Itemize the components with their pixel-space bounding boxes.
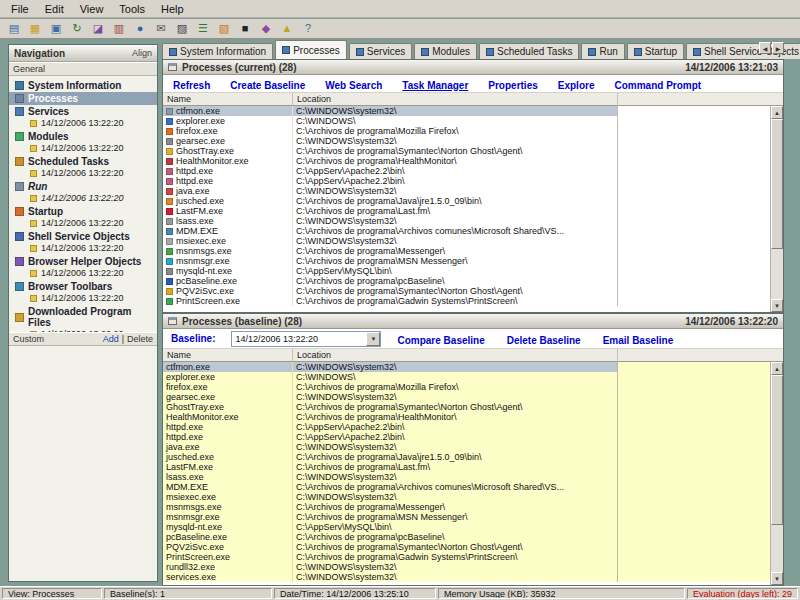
align-button[interactable]: Align <box>132 48 152 58</box>
table-row[interactable]: LastFM.exe C:\Archivos de programa\Last.… <box>163 206 770 216</box>
toolbar-icon[interactable]: ↻ <box>68 21 86 37</box>
scroll-down-icon[interactable]: ▼ <box>771 299 783 312</box>
column-header-name[interactable]: Name <box>163 349 293 362</box>
delete-custom-button[interactable]: Delete <box>127 334 153 344</box>
tab-scroll-left-icon[interactable]: ◀ <box>759 42 771 54</box>
sidebar-item[interactable]: Downloaded Program Files <box>9 305 157 329</box>
table-row[interactable]: gearsec.exe C:\WINDOWS\system32\ <box>163 392 770 402</box>
table-row[interactable]: pcBaseline.exe C:\Archivos de programa\p… <box>163 532 770 542</box>
toolbar-icon[interactable]: ▲ <box>278 21 296 37</box>
sidebar-item[interactable]: Run <box>9 180 157 193</box>
table-row[interactable]: LastFM.exe C:\Archivos de programa\Last.… <box>163 462 770 472</box>
table-row[interactable]: explorer.exe C:\WINDOWS\ <box>163 116 770 126</box>
sidebar-item[interactable]: Browser Toolbars <box>9 280 157 293</box>
custom-group-header[interactable]: Custom Add | Delete <box>9 332 157 346</box>
scroll-down-icon[interactable]: ▼ <box>771 572 783 585</box>
action-link[interactable]: Explore <box>558 80 595 91</box>
menu-item[interactable]: View <box>72 2 112 16</box>
column-header-name[interactable]: Name <box>163 93 293 106</box>
sidebar-item[interactable]: Services <box>9 105 157 118</box>
table-row[interactable]: lsass.exe C:\WINDOWS\system32\ <box>163 216 770 226</box>
sidebar-item[interactable]: Startup <box>9 205 157 218</box>
table-row[interactable]: MDM.EXE C:\Archivos de programa\Archivos… <box>163 226 770 236</box>
tab[interactable]: Run <box>581 43 624 59</box>
sidebar-item[interactable]: Browser Helper Objects <box>9 255 157 268</box>
table-row[interactable]: httpd.exe C:\AppServ\Apache2.2\bin\ <box>163 176 770 186</box>
table-row[interactable]: GhostTray.exe C:\Archivos de programa\Sy… <box>163 402 770 412</box>
table-row[interactable]: msnmsgs.exe C:\Archivos de programa\Mess… <box>163 502 770 512</box>
table-row[interactable]: firefox.exe C:\Archivos de programa\Mozi… <box>163 382 770 392</box>
table-row[interactable]: HealthMonitor.exe C:\Archivos de program… <box>163 156 770 166</box>
table-row[interactable]: jusched.exe C:\Archivos de programa\Java… <box>163 452 770 462</box>
action-link[interactable]: Web Search <box>325 80 382 91</box>
table-row[interactable]: msnmsgr.exe C:\Archivos de programa\MSN … <box>163 256 770 266</box>
action-link[interactable]: Refresh <box>173 80 210 91</box>
scroll-up-icon[interactable]: ▲ <box>771 106 783 119</box>
column-header-location[interactable]: Location <box>293 93 618 106</box>
menu-item[interactable]: Help <box>153 2 192 16</box>
table-row[interactable]: gearsec.exe C:\WINDOWS\system32\ <box>163 136 770 146</box>
toolbar-icon[interactable]: ✉ <box>152 21 170 37</box>
table-row[interactable]: ctfmon.exe C:\WINDOWS\system32\ <box>163 362 770 372</box>
tab[interactable]: Scheduled Tasks <box>479 43 579 59</box>
column-header-location[interactable]: Location <box>293 349 618 362</box>
baseline-select[interactable]: 14/12/2006 13:22:20 ▼ <box>231 331 381 347</box>
scrollbar-thumb[interactable] <box>771 375 783 525</box>
table-row[interactable]: firefox.exe C:\Archivos de programa\Mozi… <box>163 126 770 136</box>
tab[interactable]: Services <box>349 43 412 59</box>
sidebar-item[interactable]: Scheduled Tasks <box>9 155 157 168</box>
table-row[interactable]: msnmsgs.exe C:\Archivos de programa\Mess… <box>163 246 770 256</box>
table-row[interactable]: ctfmon.exe C:\WINDOWS\system32\ <box>163 106 770 116</box>
table-row[interactable]: msiexec.exe C:\WINDOWS\system32\ <box>163 236 770 246</box>
table-row[interactable]: services.exe C:\WINDOWS\system32\ <box>163 572 770 582</box>
table-row[interactable]: jusched.exe C:\Archivos de programa\Java… <box>163 196 770 206</box>
toolbar-icon[interactable]: ◪ <box>89 21 107 37</box>
sidebar-item[interactable]: Shell Service Objects <box>9 230 157 243</box>
table-row[interactable]: msiexec.exe C:\WINDOWS\system32\ <box>163 492 770 502</box>
table-row[interactable]: GhostTray.exe C:\Archivos de programa\Sy… <box>163 146 770 156</box>
table-row[interactable]: httpd.exe C:\AppServ\Apache2.2\bin\ <box>163 422 770 432</box>
table-row[interactable]: mysqld-nt.exe C:\AppServ\MySQL\bin\ <box>163 266 770 276</box>
scrollbar-thumb[interactable] <box>771 119 783 249</box>
toolbar-icon[interactable]: ? <box>299 21 317 37</box>
tab-scroll-right-icon[interactable]: ▶ <box>772 42 784 54</box>
current-scrollbar[interactable]: ▲ ▼ <box>770 106 783 312</box>
sidebar-item[interactable]: Modules <box>9 130 157 143</box>
table-row[interactable]: PQV2iSvc.exe C:\Archivos de programa\Sym… <box>163 286 770 296</box>
table-row[interactable]: java.exe C:\WINDOWS\system32\ <box>163 186 770 196</box>
tab[interactable]: Processes <box>275 40 347 59</box>
table-row[interactable]: rundll32.exe C:\WINDOWS\system32\ <box>163 562 770 572</box>
table-row[interactable]: httpd.exe C:\AppServ\Apache2.2\bin\ <box>163 432 770 442</box>
table-row[interactable]: pcBaseline.exe C:\Archivos de programa\p… <box>163 276 770 286</box>
table-row[interactable]: msnmsgr.exe C:\Archivos de programa\MSN … <box>163 512 770 522</box>
table-row[interactable]: HealthMonitor.exe C:\Archivos de program… <box>163 412 770 422</box>
toolbar-icon[interactable]: ▣ <box>47 21 65 37</box>
menu-item[interactable]: File <box>3 2 37 16</box>
table-row[interactable]: PrintScreen.exe C:\Archivos de programa\… <box>163 296 770 306</box>
baseline-scrollbar[interactable]: ▲ ▼ <box>770 362 783 585</box>
table-row[interactable]: mysqld-nt.exe C:\AppServ\MySQL\bin\ <box>163 522 770 532</box>
toolbar-icon[interactable]: ☰ <box>194 21 212 37</box>
tab[interactable]: Startup <box>627 43 684 59</box>
table-row[interactable]: httpd.exe C:\AppServ\Apache2.2\bin\ <box>163 166 770 176</box>
table-row[interactable]: PrintScreen.exe C:\Archivos de programa\… <box>163 552 770 562</box>
add-custom-button[interactable]: Add <box>103 334 119 344</box>
tab[interactable]: Modules <box>414 43 477 59</box>
chevron-down-icon[interactable]: ▼ <box>366 332 380 346</box>
toolbar-icon[interactable]: ■ <box>236 21 254 37</box>
menu-item[interactable]: Tools <box>111 2 153 16</box>
toolbar-icon[interactable]: ▤ <box>5 21 23 37</box>
toolbar-icon[interactable]: ◆ <box>257 21 275 37</box>
scroll-up-icon[interactable]: ▲ <box>771 362 783 375</box>
table-row[interactable]: MDM.EXE C:\Archivos de programa\Archivos… <box>163 482 770 492</box>
toolbar-icon[interactable]: ▨ <box>173 21 191 37</box>
table-row[interactable]: explorer.exe C:\WINDOWS\ <box>163 372 770 382</box>
action-link[interactable]: Email Baseline <box>603 335 674 346</box>
action-link[interactable]: Task Manager <box>402 80 468 91</box>
action-link[interactable]: Properties <box>488 80 537 91</box>
toolbar-icon[interactable]: ▦ <box>26 21 44 37</box>
toolbar-icon[interactable]: ● <box>131 21 149 37</box>
action-link[interactable]: Delete Baseline <box>507 335 581 346</box>
menu-item[interactable]: Edit <box>37 2 72 16</box>
action-link[interactable]: Command Prompt <box>614 80 701 91</box>
